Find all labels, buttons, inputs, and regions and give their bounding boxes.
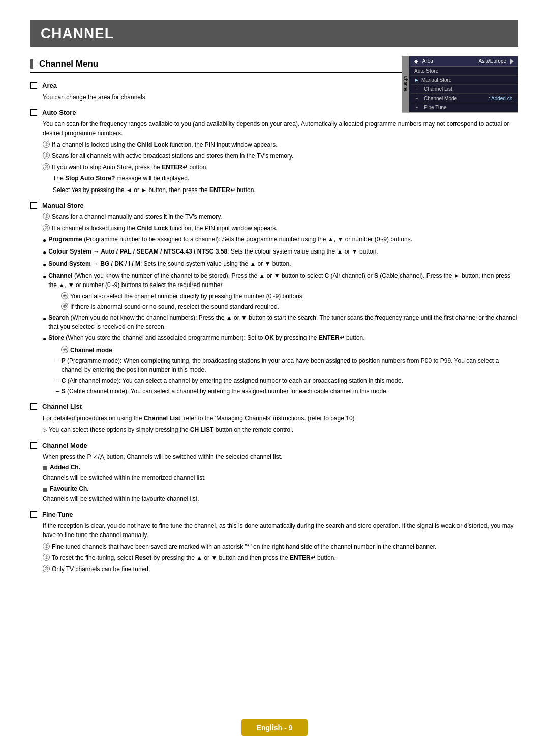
autostore-note3: ℗ If you want to stop Auto Store, press … (43, 163, 518, 172)
finetune-note1-text: Fine tuned channels that have been saved… (52, 542, 436, 551)
subsection-finetune: Fine Tune If the reception is clear, you… (30, 511, 518, 574)
bullet-dot5: ● (43, 314, 46, 323)
autostore-note1: ℗ If a channel is locked using the Child… (43, 140, 518, 149)
note-circle-icon: ℗ (43, 141, 50, 148)
ms-sub-note1: ℗ You can also select the channel number… (61, 292, 518, 301)
channellist-checkbox (30, 403, 37, 410)
manualstore-title: Manual Store (42, 202, 84, 209)
section-title-bar (30, 59, 33, 69)
channellist-note-text: You can select these options by simply p… (49, 425, 293, 434)
channelmode-checkbox (30, 442, 37, 449)
fav-ch-square (43, 488, 47, 492)
ms-bullet-search: ● Search (When you do not know the chann… (43, 313, 518, 331)
autostore-body: You can scan for the frequency ranges av… (43, 119, 518, 138)
menu-row-autostote: Auto Store (410, 67, 518, 76)
menu-row-manualstore: ► Manual Store (410, 76, 518, 85)
finetune-body: If the reception is clear, you do not ha… (43, 521, 518, 540)
menu-area-arrow (510, 59, 514, 64)
autostore-indent2: Select Yes by pressing the ◄ or ► button… (53, 185, 518, 195)
ms-programme-text: Programme (Programme number to be assign… (48, 235, 412, 244)
footer: English - 9 (0, 719, 549, 736)
channellist-body: For detailed procedures on using the Cha… (43, 414, 518, 423)
ms-store-text: Store (When you store the channel and as… (48, 333, 364, 342)
fav-ch-label: Favourite Ch. (50, 485, 89, 492)
ms-bullet-channel: ● Channel (When you know the number of t… (43, 271, 518, 290)
ft-nc2: ℗ (43, 554, 50, 561)
subsection-channelmode: Channel Mode When press the P ✓/⋀ button… (30, 442, 518, 503)
channellist-header: Channel List (30, 403, 518, 411)
ms-dash-s: – S (Cable channel mode): You can select… (56, 387, 518, 396)
dash-p-symbol: – (56, 356, 59, 365)
channellist-note-icon: ▷ (43, 426, 47, 434)
page: CHANNEL Channel Menu Channel ◆ · Area As… (0, 0, 549, 756)
ms-channelmode-note: ℗ Channel mode (61, 345, 518, 355)
fav-ch-body: Channels will be switched within the fav… (43, 494, 518, 503)
dash-s-symbol: – (56, 387, 59, 396)
ms-bullet-store: ● Store (When you store the channel and … (43, 333, 518, 343)
autostore-note3-text: If you want to stop Auto Store, press th… (52, 163, 208, 172)
ms-note-circle2: ℗ (43, 224, 50, 231)
autostore-note2-text: Scans for all channels with active broad… (52, 151, 293, 161)
ms-bullet-programme: ● Programme (Programme number to be assi… (43, 235, 518, 245)
fav-ch-header: Favourite Ch. (43, 485, 518, 492)
ms-search-text: Search (When you do not know the channel… (48, 313, 518, 331)
ms-dash-c-text: C (Air channel mode): You can select a c… (62, 376, 403, 385)
ms-bullet-sound: ● Sound System → BG / DK / I / M: Sets t… (43, 259, 518, 269)
chapter-title: CHANNEL (30, 20, 518, 47)
finetune-note2: ℗ To reset the fine-tuning, select Reset… (43, 553, 518, 562)
added-ch-square (43, 466, 47, 470)
ms-dash-s-text: S (Cable channel mode): You can select a… (62, 387, 388, 396)
menu-body: Auto Store ► Manual Store └ Channel List… (410, 67, 518, 112)
manualstore-checkbox (30, 202, 37, 209)
menu-header-row: ◆ · Area Asia/Europe (410, 56, 518, 67)
channel-menu-panel: Channel ◆ · Area Asia/Europe Auto Store … (402, 56, 518, 113)
autostore-checkbox (30, 109, 37, 116)
menu-channelmode-value: : Added ch. (489, 96, 514, 101)
menu-main: ◆ · Area Asia/Europe Auto Store ► Manual… (410, 56, 518, 112)
ms-dash-p: – P (Programme mode): When completing tu… (56, 356, 518, 374)
dash-c-symbol: – (56, 376, 59, 385)
ft-nc3: ℗ (43, 565, 50, 572)
ms-sound-text: Sound System → BG / DK / I / M: Sets the… (48, 259, 291, 268)
finetune-note3: ℗ Only TV channels can be fine tuned. (43, 564, 518, 574)
added-ch-header: Added Ch. (43, 464, 518, 471)
ms-note-circle1: ℗ (43, 213, 50, 220)
channel-side-label: Channel (402, 56, 409, 112)
autostore-note1-text: If a channel is locked using the Child L… (52, 140, 278, 149)
menu-area-value: Asia/Europe (479, 58, 506, 64)
note-circle-icon3: ℗ (43, 163, 50, 170)
channelmode-header: Channel Mode (30, 442, 518, 449)
ms-channelmode-text: Channel mode (70, 345, 112, 355)
bullet-dot4: ● (43, 272, 46, 281)
added-ch-body: Channels will be switched within the mem… (43, 473, 518, 482)
bullet-dot3: ● (43, 260, 46, 269)
ms-cm-nc: ℗ (61, 346, 68, 353)
subsection-manualstore: Manual Store ℗ Scans for a channel manua… (30, 202, 518, 396)
ms-note2-text: If a channel is locked using the Child L… (52, 224, 278, 233)
bullet-dot1: ● (43, 236, 46, 245)
footer-badge: English - 9 (241, 719, 308, 736)
ms-colour-text: Colour System → Auto / PAL / SECAM / NTS… (48, 247, 378, 256)
manualstore-header: Manual Store (30, 202, 518, 209)
main-text: Area You can change the area for channel… (30, 82, 518, 574)
ms-sub-note1-text: You can also select the channel number d… (70, 292, 304, 301)
menu-row-finetune: └ Fine Tune (410, 103, 518, 112)
note-circle-icon2: ℗ (43, 152, 50, 159)
ms-sub-note2-text: If there is abnormal sound or no sound, … (70, 302, 279, 311)
ms-sub-note2: ℗ If there is abnormal sound or no sound… (61, 302, 518, 311)
ms-note1-text: Scans for a channel manually and stores … (52, 212, 222, 222)
finetune-note1: ℗ Fine tuned channels that have been sav… (43, 542, 518, 551)
channelmode-title: Channel Mode (42, 442, 87, 449)
manualstore-note2: ℗ If a channel is locked using the Child… (43, 224, 518, 233)
menu-row-channellist: └ Channel List (410, 85, 518, 94)
finetune-note2-text: To reset the fine-tuning, select Reset b… (52, 553, 336, 562)
autostore-note2: ℗ Scans for all channels with active bro… (43, 151, 518, 161)
added-ch-label: Added Ch. (50, 464, 80, 471)
bullet-dot6: ● (43, 334, 46, 343)
ms-bullet-colour: ● Colour System → Auto / PAL / SECAM / N… (43, 247, 518, 257)
menu-row-channelmode: └ Channel Mode : Added ch. (410, 94, 518, 103)
autostore-indent1: The Stop Auto Store? message will be dis… (53, 174, 518, 183)
subsection-autostore: Auto Store You can scan for the frequenc… (30, 109, 518, 195)
area-title: Area (42, 82, 57, 89)
subsection-channellist: Channel List For detailed procedures on … (30, 403, 518, 434)
